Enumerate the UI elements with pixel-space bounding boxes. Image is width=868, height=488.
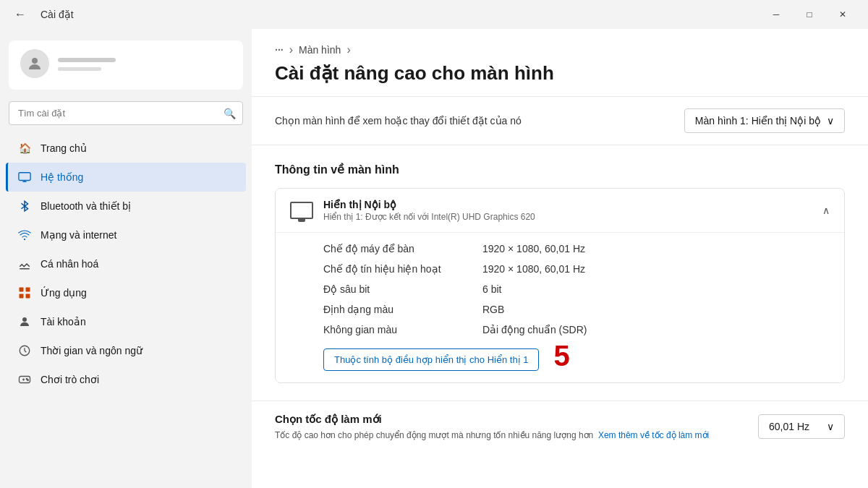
search-icon: 🔍 [224,108,236,119]
detail-row-signal: Chế độ tín hiệu hiện hoạt 1920 × 1080, 6… [323,259,830,279]
back-button[interactable]: ← [9,5,32,24]
svg-rect-1 [58,58,116,62]
detail-label-4: Không gian màu [323,324,482,335]
titlebar: ← Cài đặt ─ □ ✕ [0,0,868,29]
sidebar-item-account[interactable]: Tài khoản [6,307,246,336]
page-title: Cài đặt nâng cao cho màn hình [275,62,845,85]
adapter-link-row: Thuộc tính bộ điều hợp hiển thị cho Hiển… [323,340,830,371]
svg-rect-11 [26,294,30,299]
adapter-link[interactable]: Thuộc tính bộ điều hợp hiển thị cho Hiển… [323,348,539,371]
sidebar-item-network[interactable]: Mạng và internet [6,221,246,249]
monitor-dropdown-value: Màn hình 1: Hiển thị Nội bộ [695,115,821,127]
annotation-5: 5 [553,341,569,370]
time-icon [17,343,32,358]
sidebar-item-apps[interactable]: Ứng dụng [6,278,246,307]
detail-value-2: 6 bit [482,283,501,295]
refresh-title: Chọn tốc độ làm mới [275,413,758,426]
user-name [58,54,116,65]
refresh-dropdown-value: 60,01 Hz [769,421,809,432]
sidebar-item-system[interactable]: Hệ thống [6,163,246,192]
avatar [20,49,49,78]
sidebar-item-system-label: Hệ thống [41,171,83,183]
detail-value-0: 1920 × 1080, 60,01 Hz [482,243,585,254]
svg-rect-3 [19,173,30,181]
network-icon [17,228,32,242]
sidebar-item-apps-label: Ứng dụng [41,287,87,299]
refresh-desc-text: Tốc độ cao hơn cho phép chuyển động mượt… [275,430,593,440]
maximize-button[interactable]: □ [793,3,826,26]
user-icon [26,55,43,72]
user-info [58,54,116,74]
monitor-select-row: Chọn màn hình để xem hoặc thay đổi thiết… [252,97,868,145]
apps-icon [17,286,32,300]
breadcrumb: ··· › Màn hình › [275,43,845,56]
detail-row-desktop: Chế độ máy để bàn 1920 × 1080, 60,01 Hz [323,239,830,259]
detail-label-1: Chế độ tín hiệu hiện hoạt [323,263,482,275]
user-profile[interactable] [9,40,243,90]
monitor-select-label: Chọn màn hình để xem hoặc thay đổi thiết… [275,115,522,127]
sidebar-item-bluetooth-label: Bluetooth và thiết bị [41,200,131,212]
content-header: ··· › Màn hình › Cài đặt nâng cao cho mà… [252,29,868,97]
svg-point-18 [27,380,29,381]
monitor-card: Hiển thị Nội bộ Hiển thị 1: Được kết nối… [275,188,845,383]
svg-rect-2 [58,67,101,71]
search-input[interactable] [9,101,243,125]
refresh-dropdown[interactable]: 60,01 Hz ∨ [758,414,845,439]
sidebar-item-time[interactable]: Thời gian và ngôn ngữ [6,336,246,365]
sidebar-item-personal-label: Cá nhân hoá [41,258,98,270]
detail-row-colorspace: Không gian màu Dải động chuẩn (SDR) [323,320,830,340]
refresh-row: Chọn tốc độ làm mới Tốc độ cao hơn cho p… [275,413,845,442]
monitor-card-chevron: ∧ [822,205,830,216]
sidebar-item-home-label: Trang chủ [41,142,87,154]
monitor-card-subtitle: Hiển thị 1: Được kết nối với Intel(R) UH… [323,212,535,222]
monitor-card-details: Chế độ máy để bàn 1920 × 1080, 60,01 Hz … [276,232,844,382]
sidebar: 🔍 🏠 Trang chủ Hệ thống Bluetoo [0,29,252,488]
svg-point-0 [32,58,38,64]
breadcrumb-item1[interactable]: Màn hình [299,44,341,56]
home-icon: 🏠 [17,141,32,155]
detail-row-bitdepth: Độ sâu bit 6 bit [323,279,830,299]
breadcrumb-sep1: › [289,43,293,56]
monitor-dropdown[interactable]: Màn hình 1: Hiển thị Nội bộ ∨ [684,108,845,133]
monitor-card-title: Hiển thị Nội bộ [323,199,535,210]
refresh-link[interactable]: Xem thêm về tốc độ làm mới [598,430,709,440]
sidebar-item-network-label: Mạng và internet [41,229,117,241]
sidebar-item-personal[interactable]: Cá nhân hoá [6,249,246,278]
breadcrumb-dots: ··· [275,44,284,56]
user-name-blur [58,57,116,63]
user-subtitle-blur [58,67,101,72]
detail-value-3: RGB [482,304,504,315]
system-icon [17,170,32,184]
detail-label-2: Độ sâu bit [323,283,482,295]
breadcrumb-sep2: › [346,43,350,56]
sidebar-item-games[interactable]: Chơi trò chơi [6,365,246,394]
svg-rect-10 [20,294,24,299]
sidebar-item-account-label: Tài khoản [41,316,86,328]
main-content: ··· › Màn hình › Cài đặt nâng cao cho mà… [252,29,868,488]
monitor-card-header[interactable]: Hiển thị Nội bộ Hiển thị 1: Được kết nối… [276,189,844,232]
refresh-section: Chọn tốc độ làm mới Tốc độ cao hơn cho p… [252,401,868,453]
monitor-card-header-left: Hiển thị Nội bộ Hiển thị 1: Được kết nối… [290,199,535,222]
detail-label-0: Chế độ máy để bàn [323,243,482,254]
sidebar-item-home[interactable]: 🏠 Trang chủ [6,134,246,163]
svg-point-12 [22,317,27,322]
window-controls: ─ □ ✕ [760,3,859,26]
detail-label-3: Định dạng màu [323,304,482,315]
minimize-button[interactable]: ─ [760,3,793,26]
search-box: 🔍 [9,101,243,125]
account-icon [17,314,32,329]
sidebar-item-bluetooth[interactable]: Bluetooth và thiết bị [6,192,246,221]
bluetooth-icon [17,199,32,213]
titlebar-left: ← Cài đặt [9,5,74,24]
refresh-desc: Tốc độ cao hơn cho phép chuyển động mượt… [275,429,758,442]
refresh-info: Chọn tốc độ làm mới Tốc độ cao hơn cho p… [275,413,758,442]
refresh-dropdown-chevron: ∨ [827,421,834,432]
svg-point-6 [24,239,25,240]
monitor-info-section: Thông tin về màn hình Hiển thị Nội bộ Hi… [252,145,868,401]
games-icon [17,372,32,387]
app-body: 🔍 🏠 Trang chủ Hệ thống Bluetoo [0,29,868,488]
detail-value-1: 1920 × 1080, 60,01 Hz [482,263,585,275]
close-button[interactable]: ✕ [826,3,859,26]
svg-rect-8 [20,288,24,292]
monitor-card-info: Hiển thị Nội bộ Hiển thị 1: Được kết nối… [323,199,535,222]
